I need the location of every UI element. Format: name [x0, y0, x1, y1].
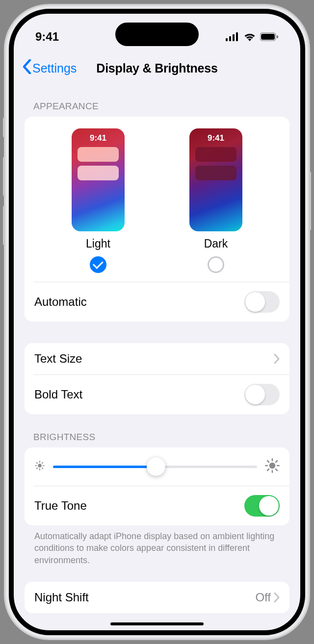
- bold-text-label: Bold Text: [34, 388, 82, 401]
- toggle-true-tone[interactable]: [244, 495, 280, 517]
- true-tone-label: True Tone: [34, 499, 87, 513]
- battery-icon: [260, 32, 279, 41]
- chevron-right-icon: [274, 354, 280, 364]
- svg-line-22: [276, 469, 277, 471]
- appearance-option-light[interactable]: 9:41 Light: [72, 128, 125, 273]
- text-size-label: Text Size: [34, 352, 82, 366]
- screen: 9:41 Settings Display & Brightn: [9, 9, 305, 635]
- svg-line-15: [42, 463, 43, 464]
- row-text-size[interactable]: Text Size: [25, 343, 289, 374]
- nav-bar: Settings Display & Brightness: [14, 53, 300, 83]
- row-bold-text: Bold Text: [25, 375, 289, 414]
- svg-line-24: [276, 461, 277, 462]
- night-shift-value: Off: [255, 591, 271, 604]
- night-shift-label: Night Shift: [34, 591, 89, 604]
- chevron-left-icon: [23, 59, 31, 77]
- svg-line-12: [37, 463, 38, 464]
- back-button[interactable]: Settings: [23, 59, 77, 77]
- svg-rect-0: [226, 38, 228, 41]
- section-header-appearance: APPEARANCE: [25, 83, 289, 117]
- row-true-tone: True Tone: [25, 486, 289, 525]
- automatic-label: Automatic: [34, 295, 87, 309]
- svg-point-7: [38, 464, 41, 467]
- row-night-shift[interactable]: Night Shift Off: [25, 582, 289, 613]
- radio-dark[interactable]: [208, 256, 224, 273]
- svg-rect-1: [229, 36, 231, 41]
- back-label: Settings: [32, 61, 77, 75]
- brightness-card: True Tone: [25, 447, 289, 525]
- svg-line-23: [267, 469, 269, 471]
- text-card: Text Size Bold Text: [25, 343, 289, 414]
- sun-large-icon: [265, 458, 280, 475]
- svg-rect-2: [233, 34, 235, 41]
- appearance-option-dark[interactable]: 9:41 Dark: [189, 128, 242, 273]
- page-title: Display & Brightness: [96, 61, 217, 75]
- toggle-automatic[interactable]: [244, 291, 280, 313]
- chevron-right-icon: [274, 593, 280, 602]
- preview-dark: 9:41: [189, 128, 242, 231]
- brightness-slider-row: [25, 447, 289, 486]
- cellular-icon: [226, 32, 239, 41]
- appearance-label-dark: Dark: [204, 237, 228, 250]
- night-shift-card: Night Shift Off: [25, 582, 289, 613]
- wifi-icon: [243, 32, 256, 41]
- toggle-bold-text[interactable]: [244, 384, 280, 405]
- svg-line-21: [267, 461, 269, 462]
- svg-rect-3: [236, 32, 238, 41]
- svg-rect-5: [261, 34, 275, 40]
- home-indicator[interactable]: [110, 622, 204, 625]
- svg-rect-6: [277, 35, 278, 38]
- sun-small-icon: [34, 460, 45, 473]
- appearance-card: 9:41 Light 9:41 Dark: [25, 117, 289, 322]
- svg-line-13: [42, 468, 43, 469]
- section-header-brightness: BRIGHTNESS: [25, 414, 289, 447]
- brightness-slider[interactable]: [53, 459, 257, 474]
- row-automatic: Automatic: [25, 282, 289, 322]
- appearance-label-light: Light: [86, 237, 110, 250]
- true-tone-footnote: Automatically adapt iPhone display based…: [25, 525, 289, 566]
- preview-light: 9:41: [72, 128, 125, 231]
- slider-thumb[interactable]: [147, 457, 165, 476]
- svg-point-16: [269, 463, 276, 469]
- radio-light[interactable]: [90, 256, 106, 273]
- status-time: 9:41: [35, 30, 59, 44]
- dynamic-island: [115, 23, 199, 46]
- svg-line-14: [37, 468, 38, 469]
- device-frame: 9:41 Settings Display & Brightn: [5, 5, 309, 639]
